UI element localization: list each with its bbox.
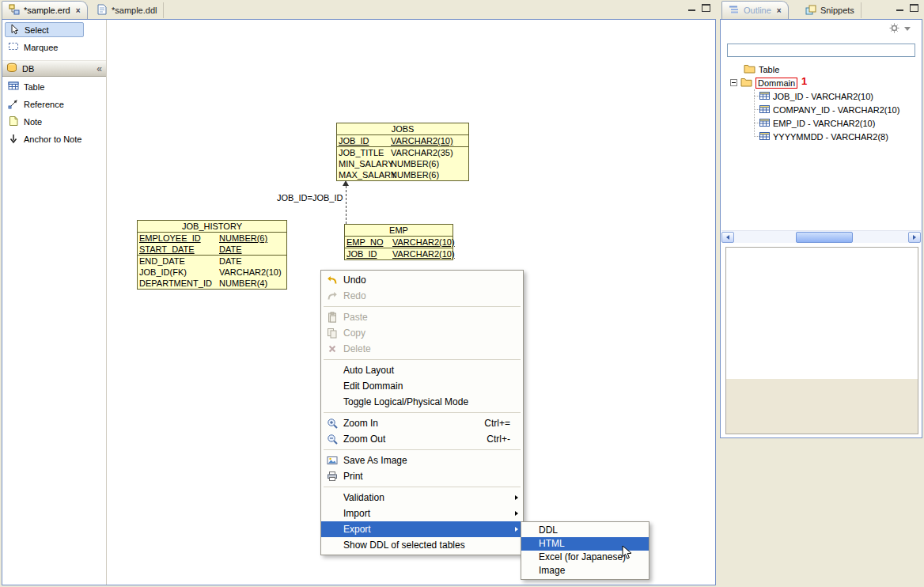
- menu-item-import[interactable]: Import: [321, 506, 523, 521]
- erd-table-emp[interactable]: EMP EMP_NO VARCHAR2(10) JOB_ID VARCHAR2(…: [344, 224, 453, 260]
- erd-table-title: EMP: [345, 225, 453, 237]
- undo-icon: [323, 275, 341, 286]
- outline-toolbar: [889, 23, 911, 35]
- submenu-item-ddl[interactable]: DDL: [521, 524, 649, 537]
- tab-sample-erd[interactable]: *sample.erd ×: [2, 1, 88, 19]
- tree-item-dommain[interactable]: Dommain 1: [730, 76, 807, 89]
- erd-field-row: DEPARTMENT_ID NUMBER(4): [138, 278, 286, 289]
- folder-icon: [744, 63, 755, 75]
- tab-sample-ddl[interactable]: *sample.ddl: [90, 2, 164, 18]
- tree-guide-line: [754, 123, 759, 123]
- field-name: JOB_ID: [346, 248, 392, 259]
- palette-tool-marquee[interactable]: Marquee: [5, 40, 103, 55]
- field-name: START_DATE: [139, 244, 219, 255]
- close-icon[interactable]: ×: [74, 6, 81, 15]
- erd-table-jobs[interactable]: JOBS JOB_ID VARCHAR2(10) JOB_TITLE VARCH…: [336, 123, 469, 181]
- horizontal-scrollbar[interactable]: [721, 230, 921, 243]
- menu-item-toggle-logical-physical[interactable]: Toggle Logical/Physical Mode: [321, 394, 523, 410]
- maximize-icon[interactable]: [701, 3, 711, 13]
- collapse-chevrons-icon[interactable]: «: [97, 65, 102, 73]
- outline-view: Table Dommain 1 JOB_ID - VARCHAR2(10) CO…: [720, 19, 922, 438]
- menu-item-save-as-image[interactable]: Save As Image: [321, 453, 523, 468]
- context-menu: Undo Redo Paste Copy Delete Auto Layout …: [320, 270, 524, 555]
- zoom-out-icon: [323, 434, 341, 445]
- palette-tool-note[interactable]: Note: [5, 114, 103, 129]
- select-cursor-icon: [9, 24, 20, 36]
- submenu-arrow-icon: [515, 527, 518, 532]
- menu-separator: [324, 449, 521, 450]
- tab-outline[interactable]: Outline ×: [721, 1, 789, 19]
- right-arrow-icon: [913, 235, 916, 240]
- zoom-in-icon: [323, 418, 341, 429]
- tree-item-domain-yyyymmdd[interactable]: YYYYMMDD - VARCHAR2(8): [759, 130, 888, 143]
- scroll-right-button[interactable]: [908, 232, 921, 243]
- close-icon[interactable]: ×: [775, 6, 782, 15]
- erd-field-row: END_DATE DATE: [138, 256, 286, 267]
- mouse-cursor: [622, 545, 632, 560]
- field-type: NUMBER(6): [391, 158, 439, 169]
- menu-item-zoom-out[interactable]: Zoom Out Ctrl+-: [321, 431, 523, 447]
- menu-item-show-ddl[interactable]: Show DDL of selected tables: [321, 537, 523, 553]
- ddl-file-icon: [97, 4, 108, 17]
- domain-icon: [759, 91, 770, 102]
- menu-separator: [324, 306, 521, 307]
- erd-table-title: JOB_HISTORY: [138, 221, 286, 233]
- field-name: EMP_NO: [346, 237, 392, 248]
- field-type: DATE: [219, 256, 242, 267]
- scroll-left-button[interactable]: [721, 232, 734, 243]
- field-type: NUMBER(4): [219, 278, 267, 289]
- field-type: VARCHAR2(35): [391, 147, 453, 158]
- reference-arrow-icon: [8, 98, 19, 111]
- outline-filter-input[interactable]: [727, 44, 915, 57]
- field-name: MIN_SALARY: [339, 158, 391, 169]
- tree-collapse-icon[interactable]: [730, 79, 737, 86]
- palette-tool-table[interactable]: Table: [5, 79, 103, 94]
- tree-item-domain-company-id[interactable]: COMPANY_ID - VARCHAR2(10): [759, 103, 899, 116]
- palette-tool-reference[interactable]: Reference: [5, 97, 103, 112]
- editor-window-buttons: [683, 3, 711, 13]
- domain-icon: [759, 131, 770, 142]
- field-name: DEPARTMENT_ID: [139, 278, 219, 289]
- printer-icon: [323, 471, 341, 482]
- menu-item-validation[interactable]: Validation: [321, 490, 523, 506]
- delete-x-icon: [323, 344, 341, 354]
- database-icon: [6, 62, 17, 74]
- relation-line[interactable]: [346, 186, 346, 224]
- menu-item-print[interactable]: Print: [321, 468, 523, 484]
- tree-guide-line: [754, 136, 759, 137]
- field-type: VARCHAR2(10): [391, 135, 453, 146]
- minimize-icon[interactable]: [687, 3, 697, 13]
- view-menu-arrow-icon[interactable]: [904, 27, 911, 31]
- palette-tool-anchor-to-note[interactable]: Anchor to Note: [5, 131, 103, 146]
- minimize-icon[interactable]: [895, 3, 905, 13]
- palette-drawer-db[interactable]: DB «: [2, 60, 106, 77]
- menu-item-edit-dommain[interactable]: Edit Dommain: [321, 378, 523, 394]
- annotation-number: 1: [801, 75, 807, 87]
- palette-tool-label: Note: [24, 117, 42, 127]
- field-name: JOB_ID(FK): [139, 267, 219, 278]
- tree-item-table[interactable]: Table: [744, 62, 779, 76]
- maximize-icon[interactable]: [909, 3, 919, 13]
- submenu-item-image[interactable]: Image: [521, 564, 649, 578]
- erd-field-row: JOB_ID VARCHAR2(10): [345, 248, 453, 259]
- erd-field-row: MIN_SALARY NUMBER(6): [337, 158, 468, 169]
- gear-icon[interactable]: [889, 23, 899, 35]
- erd-table-job-history[interactable]: JOB_HISTORY EMPLOYEE_ID NUMBER(6) START_…: [137, 220, 287, 290]
- relation-arrowhead: [343, 180, 349, 186]
- field-type: DATE: [219, 244, 242, 255]
- menu-item-undo[interactable]: Undo: [321, 272, 523, 288]
- tool-palette: Select Marquee DB « Table Reference N: [2, 20, 107, 585]
- tab-snippets[interactable]: Snippets: [799, 2, 862, 18]
- tree-item-domain-emp-id[interactable]: EMP_ID - VARCHAR2(10): [759, 116, 875, 130]
- palette-tool-label: Reference: [24, 100, 64, 109]
- scrollbar-thumb[interactable]: [796, 232, 853, 243]
- tree-item-domain-job-id[interactable]: JOB_ID - VARCHAR2(10): [759, 89, 873, 103]
- menu-item-zoom-in[interactable]: Zoom In Ctrl+=: [321, 415, 523, 431]
- menu-item-export[interactable]: Export: [321, 521, 523, 537]
- menu-item-auto-layout[interactable]: Auto Layout: [321, 362, 523, 378]
- palette-tool-select[interactable]: Select: [5, 22, 84, 37]
- anchor-down-arrow-icon: [8, 133, 19, 146]
- tree-guide-line: [754, 96, 759, 97]
- table-icon: [8, 81, 19, 93]
- tab-label: *sample.ddl: [112, 6, 157, 15]
